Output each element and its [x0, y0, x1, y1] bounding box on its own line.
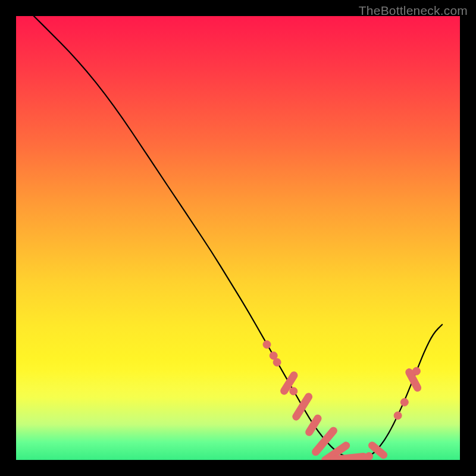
curve-marker-dot [273, 358, 281, 366]
curve-marker-dot [400, 399, 408, 406]
curve-marker-dot [365, 453, 373, 461]
chart-frame [16, 16, 460, 460]
watermark-text: TheBottleneck.com [359, 4, 468, 18]
bottleneck-curve [34, 16, 442, 459]
curve-marker-dot [263, 341, 271, 349]
curve-marker-pill [291, 392, 314, 422]
curve-marker-dot [290, 387, 298, 395]
chart-svg [16, 16, 460, 460]
curve-marker-dot [394, 412, 402, 419]
curve-markers [263, 341, 422, 461]
curve-marker-dot [412, 367, 420, 375]
